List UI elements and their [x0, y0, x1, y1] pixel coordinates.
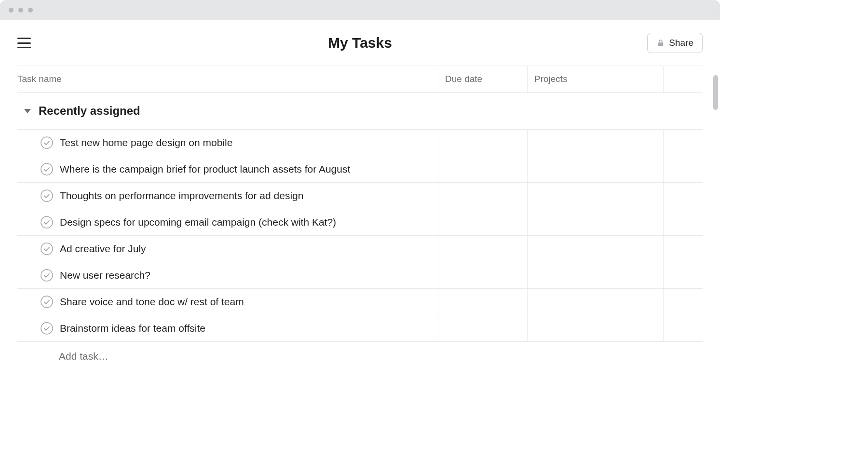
- svg-point-4: [41, 216, 53, 228]
- column-header-projects[interactable]: Projects: [528, 66, 664, 92]
- window-control-minimize[interactable]: [18, 8, 23, 13]
- add-task-row[interactable]: Add task…: [17, 342, 703, 371]
- projects-cell[interactable]: [528, 236, 664, 262]
- window-control-maximize[interactable]: [28, 8, 33, 13]
- add-task-placeholder: Add task…: [59, 351, 108, 362]
- task-cell: Brainstorm ideas for team offsite: [17, 315, 438, 341]
- extra-cell[interactable]: [664, 130, 703, 156]
- due-date-cell[interactable]: [438, 289, 528, 315]
- svg-point-2: [41, 163, 53, 175]
- page-header: My Tasks Share: [0, 20, 720, 66]
- due-date-cell[interactable]: [438, 209, 528, 235]
- svg-point-3: [41, 190, 53, 202]
- check-circle-icon[interactable]: [41, 163, 53, 175]
- section-title: Recently assigned: [39, 104, 140, 118]
- task-cell: Test new home page design on mobile: [17, 130, 438, 156]
- task-name-label: Ad creative for July: [60, 243, 146, 255]
- check-circle-icon[interactable]: [41, 136, 53, 149]
- due-date-cell[interactable]: [438, 262, 528, 288]
- lock-icon: [656, 39, 665, 47]
- task-row[interactable]: Test new home page design on mobile: [17, 130, 703, 156]
- extra-cell[interactable]: [664, 262, 703, 288]
- task-name-label: Design specs for upcoming email campaign…: [60, 216, 336, 228]
- task-cell: New user research?: [17, 262, 438, 288]
- check-circle-icon[interactable]: [41, 189, 53, 202]
- due-date-cell[interactable]: [438, 236, 528, 262]
- content-area: Task name Due date Projects Recently ass…: [0, 66, 720, 371]
- share-button-label: Share: [669, 38, 693, 48]
- projects-cell[interactable]: [528, 262, 664, 288]
- page-title: My Tasks: [328, 35, 392, 51]
- extra-cell[interactable]: [664, 236, 703, 262]
- projects-cell[interactable]: [528, 130, 664, 156]
- extra-cell[interactable]: [664, 289, 703, 315]
- share-button[interactable]: Share: [647, 33, 703, 53]
- section-header-recently-assigned[interactable]: Recently assigned: [17, 93, 703, 130]
- task-row[interactable]: Brainstorm ideas for team offsite: [17, 315, 703, 342]
- task-name-label: Where is the campaign brief for product …: [60, 163, 350, 175]
- column-header-extra[interactable]: [664, 66, 703, 92]
- due-date-cell[interactable]: [438, 130, 528, 156]
- task-cell: Share voice and tone doc w/ rest of team: [17, 289, 438, 315]
- task-name-label: Thoughts on performance improvements for…: [60, 190, 303, 202]
- task-cell: Ad creative for July: [17, 236, 438, 262]
- task-row[interactable]: Where is the campaign brief for product …: [17, 156, 703, 183]
- projects-cell[interactable]: [528, 315, 664, 341]
- task-row[interactable]: Thoughts on performance improvements for…: [17, 183, 703, 209]
- task-row[interactable]: New user research?: [17, 262, 703, 289]
- svg-point-5: [41, 243, 53, 255]
- check-circle-icon[interactable]: [41, 322, 53, 335]
- svg-point-7: [41, 296, 53, 308]
- check-circle-icon[interactable]: [41, 269, 53, 282]
- chevron-down-icon: [24, 109, 31, 113]
- task-cell: Design specs for upcoming email campaign…: [17, 209, 438, 235]
- task-name-label: Test new home page design on mobile: [60, 137, 232, 148]
- window-titlebar: [0, 0, 720, 20]
- projects-cell[interactable]: [528, 209, 664, 235]
- task-name-label: Share voice and tone doc w/ rest of team: [60, 296, 244, 308]
- projects-cell[interactable]: [528, 183, 664, 209]
- svg-point-8: [41, 323, 53, 334]
- extra-cell[interactable]: [664, 156, 703, 182]
- task-cell: Thoughts on performance improvements for…: [17, 183, 438, 209]
- task-cell: Where is the campaign brief for product …: [17, 156, 438, 182]
- due-date-cell[interactable]: [438, 156, 528, 182]
- task-row[interactable]: Share voice and tone doc w/ rest of team: [17, 289, 703, 315]
- task-name-label: Brainstorm ideas for team offsite: [60, 323, 205, 334]
- app-window: My Tasks Share Task name Due date Projec…: [0, 0, 720, 371]
- projects-cell[interactable]: [528, 289, 664, 315]
- svg-point-1: [41, 137, 53, 148]
- due-date-cell[interactable]: [438, 315, 528, 341]
- task-row[interactable]: Ad creative for July: [17, 236, 703, 262]
- projects-cell[interactable]: [528, 156, 664, 182]
- menu-icon[interactable]: [17, 38, 31, 48]
- window-control-close[interactable]: [9, 8, 14, 13]
- check-circle-icon[interactable]: [41, 296, 53, 308]
- table-header-row: Task name Due date Projects: [17, 66, 703, 93]
- extra-cell[interactable]: [664, 315, 703, 341]
- task-name-label: New user research?: [60, 270, 150, 281]
- svg-point-6: [41, 270, 53, 281]
- task-row[interactable]: Design specs for upcoming email campaign…: [17, 209, 703, 236]
- scrollbar-thumb[interactable]: [713, 75, 718, 110]
- column-header-task-name[interactable]: Task name: [17, 66, 438, 92]
- column-header-due-date[interactable]: Due date: [438, 66, 528, 92]
- check-circle-icon[interactable]: [41, 216, 53, 229]
- extra-cell[interactable]: [664, 209, 703, 235]
- check-circle-icon[interactable]: [41, 243, 53, 255]
- due-date-cell[interactable]: [438, 183, 528, 209]
- task-list: Test new home page design on mobileWhere…: [17, 130, 703, 342]
- svg-rect-0: [658, 42, 664, 46]
- extra-cell[interactable]: [664, 183, 703, 209]
